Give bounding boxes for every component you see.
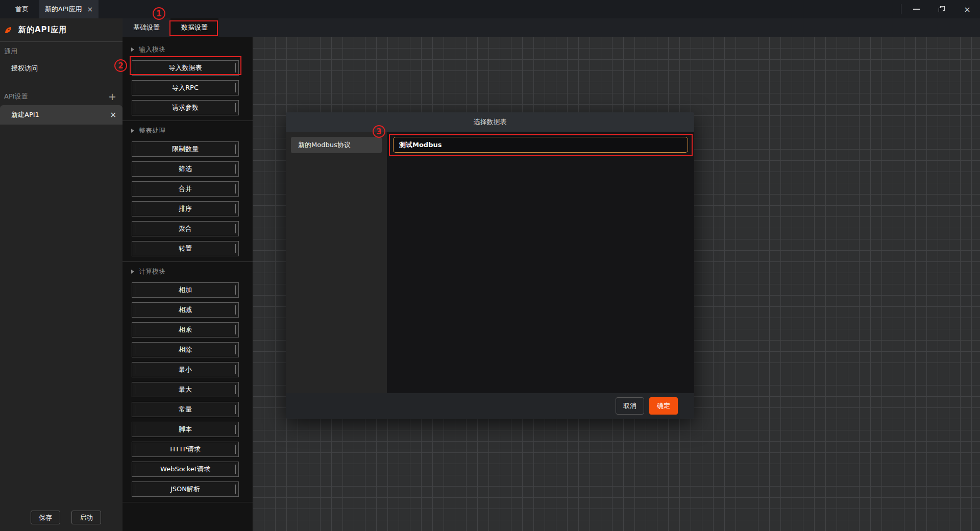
module-import-rpc[interactable]: 导入RPC [132, 80, 239, 95]
dialog-title: 选择数据表 [474, 117, 507, 127]
table-option-test-modbus[interactable]: 测试Modbus [393, 137, 688, 153]
collapse-arrow-icon [131, 129, 134, 133]
module-script[interactable]: 脚本 [132, 422, 239, 437]
window-controls: × [901, 0, 980, 18]
module-aggregate[interactable]: 聚合 [132, 221, 239, 236]
group-header-table-processing-label: 整表处理 [139, 126, 165, 135]
minimize-button[interactable] [903, 0, 929, 18]
sidebar-item-authorized-access[interactable]: 授权访问 [0, 60, 122, 77]
group-divider [122, 120, 253, 121]
add-api-icon[interactable]: + [108, 91, 116, 102]
module-max[interactable]: 最大 [132, 382, 239, 397]
module-panel: 输入模块 导入数据表 导入RPC 请求参数 整表处理 限制数量 筛选 合并 排序… [122, 37, 253, 531]
tab-close-icon[interactable]: × [87, 6, 93, 13]
rocket-icon [4, 26, 12, 34]
sidebar-item-new-api1[interactable]: 新建API1 × [0, 105, 122, 125]
module-json-parse[interactable]: JSON解析 [132, 481, 239, 497]
window-tab-home[interactable]: 首页 [6, 0, 38, 18]
minimize-icon [913, 9, 920, 10]
module-request-params[interactable]: 请求参数 [132, 100, 239, 115]
dialog-table-list: 测试Modbus [387, 132, 694, 393]
close-button[interactable]: × [954, 0, 980, 18]
restore-button[interactable] [929, 0, 954, 18]
module-constant[interactable]: 常量 [132, 402, 239, 417]
sidebar-item-new-api1-label: 新建API1 [11, 110, 39, 119]
sidebar-item-authorized-access-label: 授权访问 [11, 64, 38, 73]
collapse-arrow-icon [131, 270, 134, 274]
window-tab-home-label: 首页 [15, 5, 29, 14]
module-http-request[interactable]: HTTP请求 [132, 442, 239, 457]
sidebar-footer: 保存 启动 [31, 511, 101, 524]
module-transpose[interactable]: 转置 [132, 241, 239, 256]
group-divider [122, 502, 253, 502]
module-merge[interactable]: 合并 [132, 181, 239, 197]
section-label-general: 通用 [0, 47, 122, 56]
dialog-header: 选择数据表 [286, 112, 694, 132]
section-row-api-settings: API设置 + [0, 91, 122, 102]
module-limit-count[interactable]: 限制数量 [132, 141, 239, 157]
module-filter[interactable]: 筛选 [132, 161, 239, 177]
module-multiply[interactable]: 相乘 [132, 322, 239, 337]
app-header: 新的API应用 [0, 18, 122, 42]
window-tab-api-app-label: 新的API应用 [45, 5, 82, 14]
module-import-datatable[interactable]: 导入数据表 [132, 60, 239, 76]
section-label-api-settings: API设置 [0, 92, 28, 101]
collapse-arrow-icon [131, 47, 134, 52]
window-tab-api-app[interactable]: 新的API应用 × [39, 0, 99, 18]
dialog-footer: 取消 确定 [286, 393, 694, 419]
module-sort[interactable]: 排序 [132, 201, 239, 216]
dialog-source-list: 新的Modbus协议 [286, 132, 387, 393]
group-header-table-processing[interactable]: 整表处理 [131, 126, 253, 135]
module-add[interactable]: 相加 [132, 282, 239, 298]
save-button[interactable]: 保存 [31, 511, 60, 524]
select-datatable-dialog: 选择数据表 新的Modbus协议 测试Modbus 取消 确定 [286, 112, 694, 419]
source-item-modbus-protocol[interactable]: 新的Modbus协议 [291, 137, 382, 153]
close-icon: × [964, 5, 970, 14]
remove-api-icon[interactable]: × [110, 110, 116, 119]
group-header-input[interactable]: 输入模块 [131, 45, 253, 54]
module-websocket-request[interactable]: WebSocket请求 [132, 462, 239, 477]
confirm-button[interactable]: 确定 [649, 397, 678, 415]
module-min[interactable]: 最小 [132, 362, 239, 377]
group-header-calculation-label: 计算模块 [139, 267, 165, 276]
group-header-input-label: 输入模块 [139, 45, 165, 54]
sidebar: 新的API应用 通用 授权访问 API设置 + 新建API1 × 保存 启动 [0, 18, 122, 531]
app-title: 新的API应用 [18, 25, 67, 35]
tab-data-settings[interactable]: 数据设置 [170, 18, 218, 37]
window-controls-divider [901, 4, 901, 14]
tab-basic-settings[interactable]: 基础设置 [122, 18, 170, 37]
window-titlebar: 首页 新的API应用 × × [0, 0, 980, 18]
workspace-tabstrip: 基础设置 数据设置 [122, 18, 980, 37]
cancel-button[interactable]: 取消 [616, 397, 644, 415]
restore-icon [939, 6, 945, 12]
start-button[interactable]: 启动 [71, 511, 101, 524]
dialog-body: 新的Modbus协议 测试Modbus [286, 132, 694, 393]
group-header-calculation[interactable]: 计算模块 [131, 267, 253, 276]
group-divider [122, 261, 253, 262]
module-subtract[interactable]: 相减 [132, 302, 239, 318]
module-divide[interactable]: 相除 [132, 342, 239, 357]
